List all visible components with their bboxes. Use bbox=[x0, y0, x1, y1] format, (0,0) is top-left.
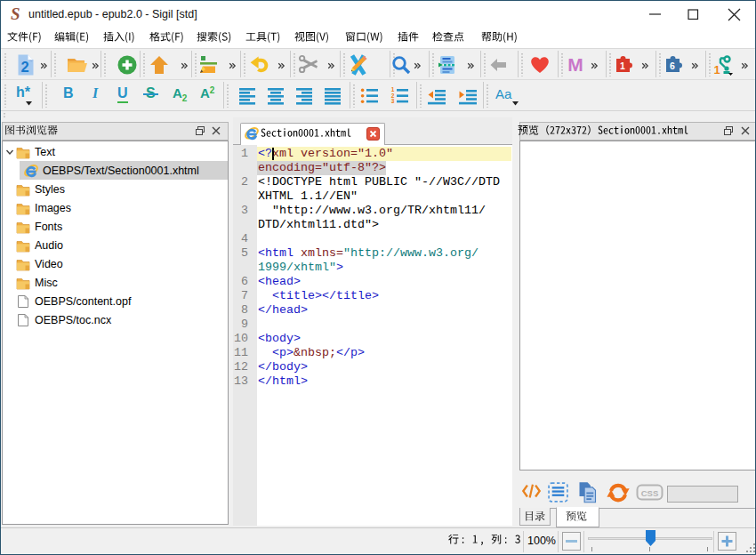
svg-text:2: 2 bbox=[21, 59, 29, 75]
svg-text:3: 3 bbox=[391, 98, 395, 104]
svg-text:1: 1 bbox=[620, 60, 625, 71]
svg-text:CSS: CSS bbox=[641, 488, 659, 498]
svg-text:6: 6 bbox=[670, 60, 675, 71]
svg-text:1: 1 bbox=[713, 63, 720, 76]
